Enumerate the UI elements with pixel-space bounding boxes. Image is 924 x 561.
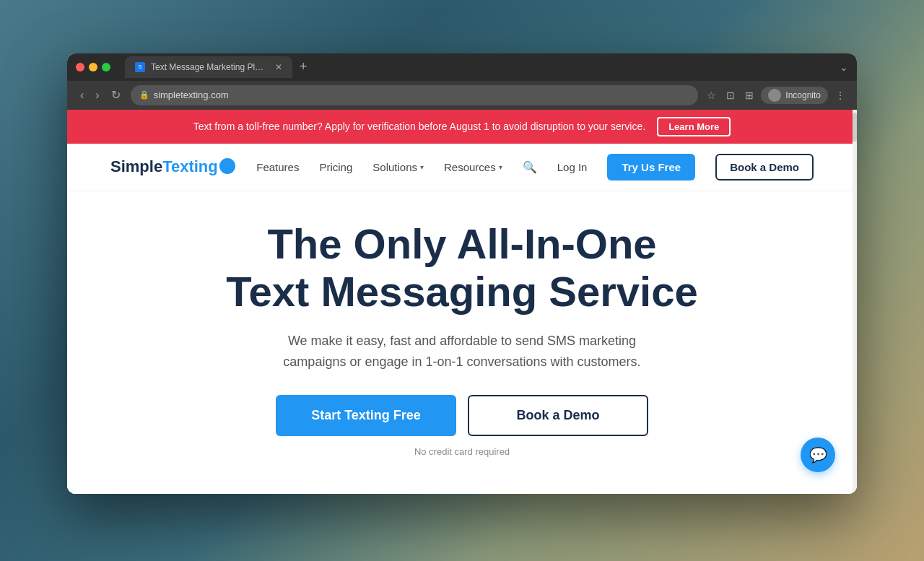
- promo-banner: Text from a toll-free number? Apply for …: [67, 110, 857, 144]
- minimize-traffic-light[interactable]: [89, 63, 97, 71]
- tab-title: Text Message Marketing Platfo...: [151, 62, 266, 72]
- lock-icon: 🔒: [139, 90, 149, 100]
- back-button[interactable]: ‹: [76, 85, 88, 105]
- logo[interactable]: SimpleTexting: [110, 157, 235, 176]
- tab-close-button[interactable]: ✕: [275, 62, 282, 72]
- url-text: simpletexting.com: [154, 90, 229, 100]
- logo-text-colored: Texting: [162, 157, 218, 175]
- forward-button[interactable]: ›: [91, 85, 103, 105]
- browser-toolbar: ‹ › ↻ 🔒 simpletexting.com ☆ ⊡ ⊞ Incognit…: [67, 81, 857, 110]
- extension-puzzle-icon[interactable]: ⊡: [723, 87, 738, 104]
- tab-overflow-button[interactable]: ⌄: [840, 61, 848, 73]
- reload-button[interactable]: ↻: [107, 85, 125, 105]
- resources-chevron-down-icon: ▾: [499, 163, 502, 171]
- nav-resources[interactable]: Resources ▾: [444, 161, 502, 173]
- logo-icon: [219, 158, 235, 174]
- nav-solutions[interactable]: Solutions ▾: [372, 161, 424, 173]
- nav-buttons: ‹ › ↻: [76, 85, 125, 105]
- book-a-demo-nav-button[interactable]: Book a Demo: [715, 154, 814, 181]
- new-tab-button[interactable]: +: [295, 59, 312, 74]
- site-nav: SimpleTexting Features Pricing Solutions…: [67, 144, 857, 191]
- nav-solutions-label: Solutions: [372, 161, 417, 173]
- book-a-demo-hero-button[interactable]: Book a Demo: [468, 395, 648, 436]
- hero-buttons: Start Texting Free Book a Demo: [276, 395, 648, 436]
- chat-icon: 💬: [809, 446, 827, 464]
- logo-text-plain: Simple: [110, 157, 162, 175]
- nav-login[interactable]: Log In: [557, 161, 588, 173]
- search-icon[interactable]: 🔍: [523, 160, 537, 174]
- address-bar[interactable]: 🔒 simpletexting.com: [131, 85, 699, 105]
- chat-widget-button[interactable]: 💬: [801, 438, 835, 472]
- no-credit-card-text: No credit card required: [414, 446, 510, 457]
- incognito-label: Incognito: [785, 90, 821, 100]
- chrome-menu-icon[interactable]: ⋮: [832, 87, 848, 104]
- scrollbar[interactable]: [853, 110, 857, 494]
- hero-title-line2: Text Messaging Service: [226, 268, 697, 315]
- nav-links: Features Pricing Solutions ▾ Resources ▾…: [256, 154, 814, 181]
- solutions-chevron-down-icon: ▾: [420, 163, 424, 171]
- try-us-free-button[interactable]: Try Us Free: [607, 154, 695, 181]
- browser-profile-icon[interactable]: ⊞: [742, 87, 757, 104]
- close-traffic-light[interactable]: [76, 63, 84, 71]
- scrollbar-thumb[interactable]: [853, 113, 857, 142]
- incognito-button[interactable]: Incognito: [761, 87, 828, 104]
- nav-features[interactable]: Features: [256, 161, 299, 173]
- active-tab[interactable]: S Text Message Marketing Platfo... ✕: [125, 56, 292, 78]
- toolbar-actions: ☆ ⊡ ⊞ Incognito ⋮: [704, 87, 848, 104]
- tab-favicon: S: [135, 62, 145, 72]
- maximize-traffic-light[interactable]: [102, 63, 110, 71]
- start-texting-free-button[interactable]: Start Texting Free: [276, 395, 456, 436]
- bookmark-star-icon[interactable]: ☆: [704, 87, 719, 104]
- nav-resources-label: Resources: [444, 161, 496, 173]
- hero-title: The Only All-In-One Text Messaging Servi…: [226, 220, 697, 316]
- browser-titlebar: S Text Message Marketing Platfo... ✕ + ⌄: [67, 53, 857, 81]
- traffic-lights: [76, 63, 110, 71]
- page-content: Text from a toll-free number? Apply for …: [67, 110, 857, 494]
- hero-title-line1: The Only All-In-One: [267, 220, 656, 267]
- banner-text: Text from a toll-free number? Apply for …: [193, 121, 645, 132]
- incognito-avatar: [768, 89, 781, 102]
- hero-subtitle: We make it easy, fast and affordable to …: [267, 331, 657, 373]
- nav-pricing[interactable]: Pricing: [319, 161, 352, 173]
- hero-section: The Only All-In-One Text Messaging Servi…: [67, 191, 857, 494]
- learn-more-button[interactable]: Learn More: [657, 117, 731, 136]
- tab-bar: S Text Message Marketing Platfo... ✕ +: [125, 56, 834, 78]
